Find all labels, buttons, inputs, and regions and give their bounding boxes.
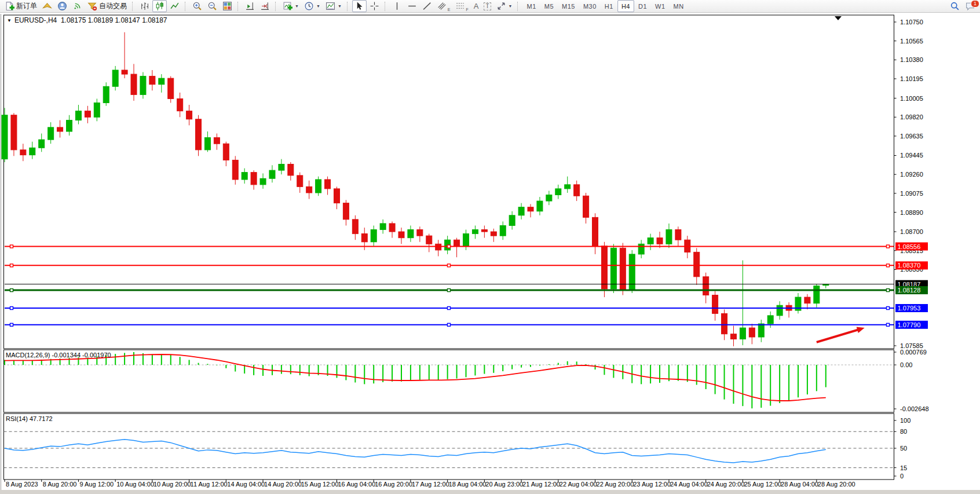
line-handle[interactable] <box>10 289 13 292</box>
candle <box>805 297 810 303</box>
chart-shift-marker[interactable] <box>835 16 842 20</box>
templates-button[interactable]: ▼ <box>323 0 344 12</box>
line-handle[interactable] <box>448 264 451 267</box>
candle <box>574 185 580 196</box>
chart-canvas[interactable]: 1.107501.105651.103801.101951.100051.098… <box>0 13 980 494</box>
timeframe-w1-button[interactable]: W1 <box>651 0 670 12</box>
candle <box>352 219 358 234</box>
date-tick-label: 28 Aug 20:00 <box>818 481 855 488</box>
candle <box>103 86 109 103</box>
date-tick-label: 9 Aug 12:00 <box>79 481 114 488</box>
price-tick-label: 1.09445 <box>900 152 923 159</box>
community-button[interactable] <box>55 0 70 12</box>
zoom-in-button[interactable] <box>190 0 204 12</box>
line-handle[interactable] <box>10 307 13 310</box>
candlestick-chart-type-button[interactable] <box>152 0 167 12</box>
line-handle[interactable] <box>887 289 890 292</box>
line-handle[interactable] <box>448 245 451 248</box>
line-handle[interactable] <box>887 307 890 310</box>
autotrading-button[interactable]: 自动交易 <box>85 0 129 12</box>
candle <box>436 244 441 250</box>
line-handle[interactable] <box>887 323 890 326</box>
macd-signal-line <box>5 354 826 401</box>
candle <box>112 70 118 86</box>
auto-scroll-button[interactable] <box>258 0 272 12</box>
timeframe-m30-button[interactable]: M30 <box>579 0 601 12</box>
notification-badge: 1 <box>971 0 979 8</box>
signals-button[interactable] <box>70 0 85 12</box>
timeframe-h1-button[interactable]: H1 <box>601 0 617 12</box>
candle <box>196 119 202 150</box>
macd-indicator-label: MACD(12,26,9) -0.001344 -0.001970 <box>6 352 111 358</box>
text-tool-button[interactable]: A <box>471 0 481 12</box>
timeframe-m5-button[interactable]: M5 <box>540 0 558 12</box>
rsi-tick-label: 50 <box>900 445 907 452</box>
annotation-arrow-head[interactable] <box>857 327 865 334</box>
notifications-button[interactable]: 1 <box>963 0 978 12</box>
trendline-tool-button[interactable] <box>420 0 434 12</box>
line-handle[interactable] <box>448 323 451 326</box>
line-handle[interactable] <box>10 323 13 326</box>
crosshair-icon <box>370 1 379 11</box>
annotation-arrow[interactable] <box>817 330 860 342</box>
bar-chart-type-button[interactable] <box>137 0 152 12</box>
date-tick-label: 10 Aug 04:00 <box>116 481 154 488</box>
price-label-text: 1.07790 <box>898 321 921 328</box>
date-tick-label: 16 Aug 20:00 <box>375 481 412 488</box>
text-tool-icon: A <box>474 2 479 10</box>
line-chart-type-button[interactable] <box>167 0 182 12</box>
line-handle[interactable] <box>10 264 13 267</box>
vertical-line-tool-button[interactable] <box>390 0 404 12</box>
equidistant-channel-tool-button[interactable]: E <box>435 0 453 12</box>
tile-windows-button[interactable] <box>220 0 235 12</box>
horizontal-line-tool-button[interactable] <box>405 0 419 12</box>
rsi-tick-label: 100 <box>900 417 910 424</box>
price-tick-label: 1.09820 <box>900 114 923 120</box>
macd-tick-label: -0.002648 <box>900 405 929 412</box>
ohlc-high: 1.08189 <box>88 16 113 24</box>
timeframe-h4-button[interactable]: H4 <box>617 0 634 12</box>
candle <box>740 328 745 339</box>
symbol-dropdown-icon[interactable]: ▼ <box>7 18 12 23</box>
timeframe-mn-button[interactable]: MN <box>670 0 688 12</box>
cursor-tool-button[interactable] <box>352 0 367 12</box>
search-button[interactable] <box>948 0 962 12</box>
candle <box>343 203 349 219</box>
price-tick-label: 1.08700 <box>900 228 923 235</box>
arrows-tool-button[interactable]: ▼ <box>494 0 515 12</box>
new-order-button[interactable]: 新订单 <box>2 0 39 12</box>
candle <box>454 240 460 246</box>
candle <box>675 230 681 240</box>
text-label-tool-button[interactable]: T <box>481 0 493 12</box>
timeframe-group: M1M5M15M30H1H4D1W1MN <box>522 0 688 12</box>
timeframe-d1-button[interactable]: D1 <box>634 0 651 12</box>
zoom-out-icon <box>207 1 217 11</box>
line-handle[interactable] <box>448 307 451 310</box>
candle <box>361 234 367 242</box>
timeframe-m1-button[interactable]: M1 <box>522 0 540 12</box>
indicators-button[interactable]: ▼ <box>280 0 301 12</box>
periods-button[interactable]: ▼ <box>302 0 323 12</box>
line-handle[interactable] <box>448 289 451 292</box>
fibonacci-tool-button[interactable]: F <box>453 0 470 12</box>
candle <box>712 295 718 314</box>
timeframe-m15-button[interactable]: M15 <box>558 0 579 12</box>
candle <box>629 254 635 290</box>
macd-axis: 0.0007690.00-0.002648 <box>894 349 929 412</box>
price-tick-label: 1.10750 <box>900 19 923 25</box>
candle <box>758 324 764 337</box>
candle <box>593 217 598 246</box>
chevron-down-icon: ▼ <box>338 4 342 8</box>
line-handle[interactable] <box>887 264 890 267</box>
search-icon <box>950 1 960 11</box>
crosshair-tool-button[interactable] <box>367 0 382 12</box>
line-handle[interactable] <box>10 245 13 248</box>
chart-shift-button[interactable] <box>243 0 257 12</box>
candle <box>380 224 386 230</box>
market-button[interactable] <box>40 0 54 12</box>
zoom-out-button[interactable] <box>205 0 220 12</box>
line-handle[interactable] <box>887 245 890 248</box>
fibonacci-icon <box>455 1 465 11</box>
candle <box>122 70 127 74</box>
tile-windows-icon <box>222 1 232 11</box>
